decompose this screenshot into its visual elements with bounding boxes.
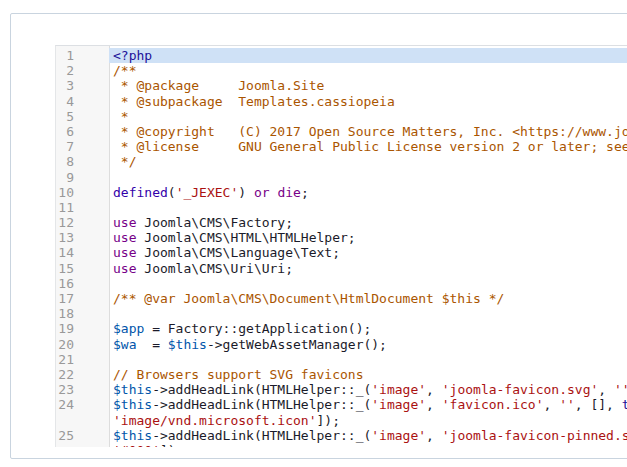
code-token: $this bbox=[168, 337, 207, 352]
code-row: 23$this->addHeadLink(HTMLHelper::_('imag… bbox=[56, 382, 627, 397]
code-row: 11 bbox=[56, 200, 627, 215]
code-token: /** @var Joomla\CMS\Document\HtmlDocumen… bbox=[113, 291, 504, 306]
code-token: Joomla\CMS\Language\Text; bbox=[136, 245, 340, 260]
code-token: 'image' bbox=[371, 428, 426, 443]
code-row: 8 */ bbox=[56, 154, 627, 169]
code-token: ; bbox=[301, 185, 309, 200]
code-token: */ bbox=[113, 154, 136, 169]
code-row: 7 * @license GNU General Public License … bbox=[56, 139, 627, 154]
code-line[interactable]: // Browsers support SVG favicons bbox=[109, 367, 627, 382]
code-token: true bbox=[622, 397, 627, 412]
code-token: Joomla\CMS\Factory; bbox=[136, 215, 293, 230]
code-row: 18 bbox=[56, 306, 627, 321]
code-line[interactable]: * bbox=[109, 109, 627, 124]
code-token: use bbox=[113, 215, 136, 230]
code-line[interactable] bbox=[109, 170, 627, 185]
line-number: 23 bbox=[56, 382, 109, 397]
code-line[interactable]: defined('_JEXEC') or die; bbox=[109, 185, 627, 200]
code-token: 'joomla-favicon-pinned.svg' bbox=[442, 428, 627, 443]
line-number: 3 bbox=[56, 78, 109, 93]
code-token: , bbox=[426, 428, 442, 443]
code-token: Joomla\CMS\HTML\HTMLHelper; bbox=[136, 230, 355, 245]
code-row: 13use Joomla\CMS\HTML\HTMLHelper; bbox=[56, 230, 627, 245]
code-line[interactable]: '#000']); bbox=[109, 443, 627, 447]
code-token: ]); bbox=[317, 413, 340, 428]
code-token: use bbox=[113, 245, 136, 260]
code-token: ]); bbox=[160, 443, 183, 447]
code-token: <?php bbox=[113, 48, 152, 63]
code-editor[interactable]: 1<?php2/**3 * @package Joomla.Site4 * @s… bbox=[55, 45, 627, 447]
line-number: 4 bbox=[56, 94, 109, 109]
code-token: ( bbox=[168, 185, 176, 200]
line-number: 2 bbox=[56, 63, 109, 78]
code-row: '#000']); bbox=[56, 443, 627, 447]
line-number: 1 bbox=[56, 48, 109, 63]
active-code-line[interactable]: <?php bbox=[109, 48, 627, 63]
code-token: $this bbox=[113, 382, 152, 397]
code-token: 'image' bbox=[371, 397, 426, 412]
code-row: 3 * @package Joomla.Site bbox=[56, 78, 627, 93]
code-token: , bbox=[598, 382, 614, 397]
code-line[interactable]: use Joomla\CMS\Uri\Uri; bbox=[109, 261, 627, 276]
code-row: 24$this->addHeadLink(HTMLHelper::_('imag… bbox=[56, 397, 627, 412]
line-number: 21 bbox=[56, 352, 109, 367]
code-token: // Browsers support SVG favicons bbox=[113, 367, 363, 382]
code-token: * @copyright (C) 2017 Open Source Matter… bbox=[113, 124, 627, 139]
code-line[interactable]: /** @var Joomla\CMS\Document\HtmlDocumen… bbox=[109, 291, 627, 306]
code-line[interactable]: use Joomla\CMS\Factory; bbox=[109, 215, 627, 230]
code-token: or bbox=[254, 185, 270, 200]
code-line[interactable]: $this->addHeadLink(HTMLHelper::_('image'… bbox=[109, 382, 627, 397]
code-line[interactable]: * @license GNU General Public License ve… bbox=[109, 139, 627, 154]
code-token: * @package Joomla.Site bbox=[113, 78, 324, 93]
code-line[interactable] bbox=[109, 276, 627, 291]
code-line[interactable]: * @copyright (C) 2017 Open Source Matter… bbox=[109, 124, 627, 139]
code-line[interactable]: * @subpackage Templates.cassiopeia bbox=[109, 94, 627, 109]
code-row: 15use Joomla\CMS\Uri\Uri; bbox=[56, 261, 627, 276]
code-token: ) bbox=[238, 185, 254, 200]
code-token: die bbox=[277, 185, 300, 200]
code-token: use bbox=[113, 230, 136, 245]
code-line[interactable]: $this->addHeadLink(HTMLHelper::_('image'… bbox=[109, 397, 627, 412]
file-preview-panel: 1<?php2/**3 * @package Joomla.Site4 * @s… bbox=[10, 13, 627, 459]
code-token: '#000' bbox=[113, 443, 160, 447]
code-token: /** bbox=[113, 63, 136, 78]
code-line[interactable]: $this->addHeadLink(HTMLHelper::_('image'… bbox=[109, 428, 627, 443]
code-row: 21 bbox=[56, 352, 627, 367]
code-row: 17/** @var Joomla\CMS\Document\HtmlDocum… bbox=[56, 291, 627, 306]
code-token: use bbox=[113, 261, 136, 276]
line-number: 16 bbox=[56, 276, 109, 291]
code-row: 16 bbox=[56, 276, 627, 291]
code-token: , bbox=[544, 397, 560, 412]
code-token: 'image' bbox=[371, 382, 426, 397]
code-token: ->addHeadLink(HTMLHelper::_( bbox=[152, 397, 371, 412]
line-number bbox=[56, 443, 109, 447]
code-line[interactable]: use Joomla\CMS\Language\Text; bbox=[109, 245, 627, 260]
code-line[interactable]: * @package Joomla.Site bbox=[109, 78, 627, 93]
code-token: $wa bbox=[113, 337, 136, 352]
line-number: 7 bbox=[56, 139, 109, 154]
line-number: 11 bbox=[56, 200, 109, 215]
line-number: 10 bbox=[56, 185, 109, 200]
code-row: 'image/vnd.microsoft.icon']); bbox=[56, 413, 627, 428]
code-row: 12use Joomla\CMS\Factory; bbox=[56, 215, 627, 230]
code-row: 20$wa = $this->getWebAssetManager(); bbox=[56, 337, 627, 352]
code-line[interactable]: /** bbox=[109, 63, 627, 78]
code-token: ->addHeadLink(HTMLHelper::_( bbox=[152, 382, 371, 397]
code-line[interactable] bbox=[109, 352, 627, 367]
code-line[interactable] bbox=[109, 200, 627, 215]
code-token: $this bbox=[113, 428, 152, 443]
code-line[interactable] bbox=[109, 306, 627, 321]
code-line[interactable]: $wa = $this->getWebAssetManager(); bbox=[109, 337, 627, 352]
code-row: 10defined('_JEXEC') or die; bbox=[56, 185, 627, 200]
code-line[interactable]: 'image/vnd.microsoft.icon']); bbox=[109, 413, 627, 428]
code-line[interactable]: use Joomla\CMS\HTML\HTMLHelper; bbox=[109, 230, 627, 245]
code-row: 5 * bbox=[56, 109, 627, 124]
code-row: 1<?php bbox=[56, 48, 627, 63]
code-row: 6 * @copyright (C) 2017 Open Source Matt… bbox=[56, 124, 627, 139]
line-number: 13 bbox=[56, 230, 109, 245]
code-token: '' bbox=[614, 382, 627, 397]
code-token: = bbox=[136, 337, 167, 352]
line-number: 25 bbox=[56, 428, 109, 443]
code-line[interactable]: */ bbox=[109, 154, 627, 169]
code-line[interactable]: $app = Factory::getApplication(); bbox=[109, 321, 627, 336]
